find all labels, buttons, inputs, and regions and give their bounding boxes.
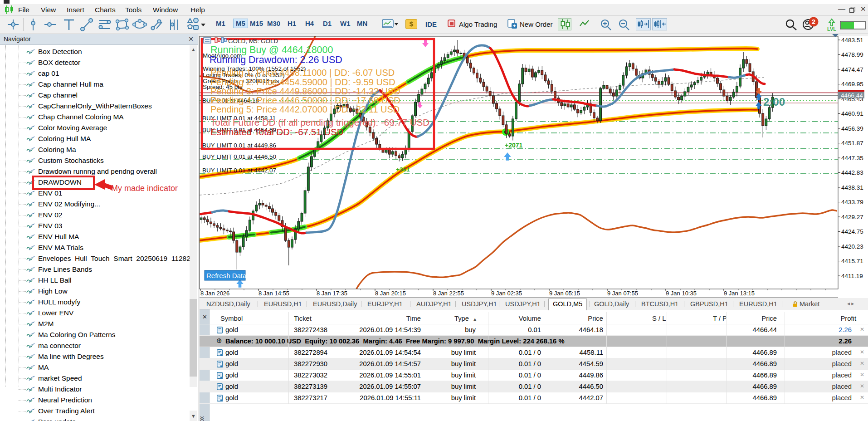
svg-text:4442.83: 4442.83	[841, 169, 863, 176]
svg-text:9 Jan 05:15: 9 Jan 05:15	[549, 290, 580, 297]
svg-text:8 Jan 14:55: 8 Jan 14:55	[258, 290, 289, 297]
svg-text:2: 2	[812, 18, 815, 25]
svg-text:Pending 2: Price 4454.59000 |: Pending 2: Price 4454.59000 | DD: -9.59 …	[210, 77, 395, 87]
svg-text:4474.47: 4474.47	[841, 66, 863, 73]
svg-text:8 Jan 22:55: 8 Jan 22:55	[433, 290, 464, 297]
svg-text:Running Buy @ 4464.18000: Running Buy @ 4464.18000	[210, 44, 333, 55]
svg-text:4415.71: 4415.71	[841, 258, 863, 264]
svg-text:4451.87: 4451.87	[841, 140, 863, 147]
svg-text:BUY LIMIT 0.01 at 4458.11: BUY LIMIT 0.01 at 4458.11	[202, 115, 276, 122]
svg-text:+2071: +2071	[505, 142, 523, 149]
svg-text:Estimated Total DD: -67.51 USD: Estimated Total DD: -67.51 USD	[210, 127, 344, 137]
svg-text:Pending 4: Price 4446.50000 |: Pending 4: Price 4446.50000 | DD: -17.68…	[210, 95, 400, 105]
svg-text:BUY LIMIT 0.01 at 4449.86: BUY LIMIT 0.01 at 4449.86	[202, 142, 276, 149]
svg-text:Green Points: +3208816 pts: Green Points: +3208816 pts	[203, 78, 279, 84]
svg-text:Winning Trades: 100% (1552 of: Winning Trades: 100% (1552 of 1552)	[203, 65, 306, 72]
svg-text:8 Jan 20:15: 8 Jan 20:15	[375, 290, 406, 297]
svg-text:+361: +361	[396, 166, 410, 173]
svg-text:4438.31: 4438.31	[841, 184, 863, 191]
svg-text:Pending 5: Price 4442.07000 |: Pending 5: Price 4442.07000 | DD: -22.11…	[210, 104, 400, 114]
svg-text:4447.35: 4447.35	[841, 155, 863, 162]
svg-text:Losing Trades: 0% (0 of 1552): Losing Trades: 0% (0 of 1552)	[203, 72, 285, 78]
svg-text:LVL: LVL	[827, 26, 836, 32]
svg-text:Pending 1: Price 4458.11000 |: Pending 1: Price 4458.11000 | DD: -6.07 …	[210, 68, 395, 78]
svg-text:BUY LIMIT 0.01 at 4446.50: BUY LIMIT 0.01 at 4446.50	[202, 153, 276, 160]
svg-text:BUY LIMIT 0.01 at 4454.59: BUY LIMIT 0.01 at 4454.59	[202, 127, 276, 133]
svg-text:2:00: 2:00	[763, 96, 785, 108]
svg-text:4466.44: 4466.44	[841, 92, 863, 99]
svg-text:8 Jan 2026: 8 Jan 2026	[200, 290, 229, 297]
svg-text:9 Jan 10:35: 9 Jan 10:35	[666, 290, 697, 297]
svg-text:9 Jan 13:15: 9 Jan 13:15	[724, 290, 755, 297]
svg-text:BUY 0.01 at 4464.18: BUY 0.01 at 4464.18	[202, 97, 259, 104]
svg-text:MeetAlgo.com: MeetAlgo.com	[203, 52, 242, 59]
svg-text:8 Jan 17:35: 8 Jan 17:35	[317, 290, 347, 297]
svg-text:4483.51: 4483.51	[841, 37, 863, 44]
svg-text:GOLD, M5: GOLD: GOLD, M5: GOLD	[228, 38, 278, 44]
svg-text:BUY LIMIT 0.01 at 4442.07: BUY LIMIT 0.01 at 4442.07	[202, 167, 276, 174]
svg-text:4411.19: 4411.19	[841, 273, 863, 279]
svg-text:Pending 3: Price 4449.86000 |: Pending 3: Price 4449.86000 | DD: -14.32…	[210, 86, 400, 96]
svg-text:4429.27: 4429.27	[841, 214, 863, 220]
svg-text:4420.23: 4420.23	[841, 243, 863, 250]
svg-text:9 Jan 07:55: 9 Jan 07:55	[607, 290, 638, 297]
svg-text:4465.43: 4465.43	[841, 96, 863, 103]
svg-text:4460.91: 4460.91	[841, 110, 863, 117]
svg-text:Running Drawdown: 2.26 USD: Running Drawdown: 2.26 USD	[210, 54, 342, 65]
svg-text:4433.79: 4433.79	[841, 199, 863, 206]
svg-text:Spread: 45 pts: Spread: 45 pts	[203, 83, 243, 90]
svg-text:Total Future DD (if all pendin: Total Future DD (if all pending triggere…	[210, 117, 429, 127]
svg-text:4456.39: 4456.39	[841, 125, 863, 132]
svg-text:Refresh Data: Refresh Data	[206, 272, 247, 279]
svg-text:4478.99: 4478.99	[841, 51, 863, 58]
svg-text:4424.75: 4424.75	[841, 228, 863, 235]
svg-text:4469.95: 4469.95	[841, 81, 863, 88]
svg-text:9 Jan 02:35: 9 Jan 02:35	[491, 290, 522, 297]
